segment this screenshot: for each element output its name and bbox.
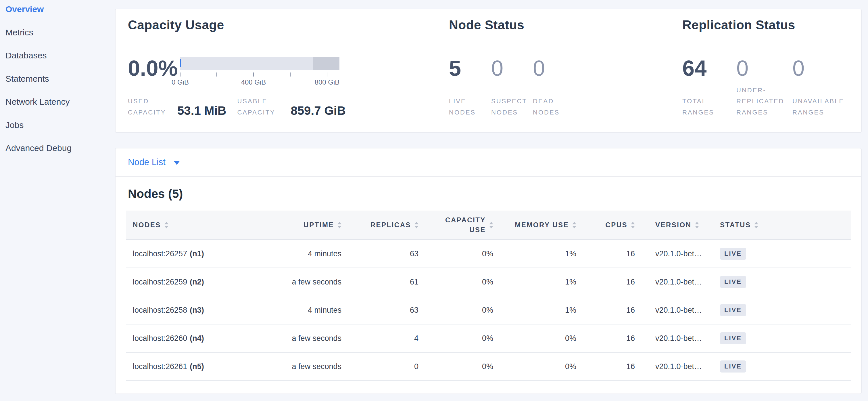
node-address: localhost:26260: [133, 334, 187, 343]
column-label: VERSION: [655, 221, 691, 229]
memory-use-cell: 0%: [500, 362, 584, 371]
column-label: NODES: [133, 221, 161, 229]
version-cell: v20.1.0-bet…: [642, 250, 694, 258]
capacity-gauge-used-marker: [180, 59, 181, 67]
capacity-use-cell: 0%: [425, 250, 500, 258]
stat-value: 0: [736, 57, 793, 79]
node-id: (n5): [190, 362, 204, 371]
replication-stat: 64 TOTAL RANGES: [682, 57, 736, 118]
node-id: (n3): [190, 306, 204, 315]
memory-use-cell: 0%: [500, 334, 584, 343]
sidebar-item[interactable]: Overview: [0, 4, 115, 27]
column-header-status[interactable]: STATUS: [694, 221, 851, 229]
sidebar-item[interactable]: Jobs: [0, 120, 115, 143]
nodes-count-heading: Nodes (5): [128, 187, 861, 201]
sort-icon: [489, 222, 493, 228]
node-list-dropdown[interactable]: Node List: [128, 157, 180, 167]
node-list-card: Node List Nodes (5) NODES UPTIME REPLICA…: [115, 148, 862, 394]
replicas-cell: 0: [348, 362, 425, 371]
axis-tick: [327, 73, 328, 77]
node-list-header: Node List: [116, 148, 861, 177]
status-badge: LIVE: [720, 361, 746, 373]
sidebar-item[interactable]: Statements: [0, 74, 115, 97]
stat-value: 0: [491, 57, 533, 79]
column-header-nodes[interactable]: NODES: [126, 221, 280, 229]
replicas-cell: 61: [348, 278, 425, 287]
replicas-cell: 63: [348, 306, 425, 315]
column-header-cpus[interactable]: CPUS: [584, 221, 642, 229]
used-capacity-label: USED CAPACITY: [128, 96, 176, 118]
capacity-gauge: 0 GiB 400 GiB 800 GiB: [180, 57, 339, 70]
status-badge: LIVE: [720, 304, 746, 316]
node-address: localhost:26261: [133, 362, 187, 371]
table-row[interactable]: localhost:26261 (n5) a few seconds 0 0% …: [126, 353, 851, 381]
node-address-cell: localhost:26258 (n3): [126, 296, 280, 324]
uptime-cell: 4 minutes: [280, 306, 348, 315]
column-header-version[interactable]: VERSION: [642, 221, 694, 229]
uptime-cell: a few seconds: [280, 278, 348, 287]
node-status-stat: 0 DEAD NODES: [533, 57, 576, 118]
uptime-cell: a few seconds: [280, 334, 348, 343]
status-badge: LIVE: [720, 248, 746, 260]
stat-value: 0: [793, 57, 854, 79]
stat-value: 5: [449, 57, 491, 79]
stat-label: SUSPECT NODES: [491, 96, 534, 118]
axis-tick: [216, 73, 217, 77]
node-status-stat: 5 LIVE NODES: [449, 57, 491, 118]
used-capacity-value: 53.1 MiB: [177, 105, 226, 117]
stat-label: UNDER-REPLICATED RANGES: [736, 85, 793, 118]
column-header-memory-use[interactable]: MEMORY USE: [500, 221, 584, 229]
node-status-stats: 5 LIVE NODES 0 SUSPECT NODES 0 DEAD NODE…: [449, 57, 576, 118]
replication-status-stats: 64 TOTAL RANGES 0 UNDER-REPLICATED RANGE…: [682, 57, 854, 118]
column-label: CPUS: [605, 221, 627, 229]
usable-capacity-value: 859.7 GiB: [290, 105, 345, 117]
column-header-uptime[interactable]: UPTIME: [280, 221, 348, 229]
table-row[interactable]: localhost:26259 (n2) a few seconds 61 0%…: [126, 268, 851, 296]
column-header-capacity-use[interactable]: CAPACITY USE: [425, 215, 500, 234]
capacity-percent: 0.0%: [128, 57, 178, 79]
axis-label: 400 GiB: [241, 78, 266, 86]
node-address-cell: localhost:26259 (n2): [126, 268, 280, 296]
cpus-cell: 16: [584, 306, 642, 315]
node-status-title: Node Status: [449, 18, 524, 32]
node-address: localhost:26257: [133, 250, 187, 258]
cpus-cell: 16: [584, 250, 642, 258]
cpus-cell: 16: [584, 278, 642, 287]
status-cell: LIVE: [694, 361, 851, 373]
node-address: localhost:26259: [133, 278, 187, 287]
table-row[interactable]: localhost:26260 (n4) a few seconds 4 0% …: [126, 324, 851, 353]
capacity-usage-title: Capacity Usage: [128, 18, 224, 32]
usable-capacity-label: USABLE CAPACITY: [237, 96, 289, 118]
axis-tick: [290, 73, 290, 77]
uptime-cell: a few seconds: [280, 362, 348, 371]
capacity-use-cell: 0%: [425, 306, 500, 315]
table-row[interactable]: localhost:26258 (n3) 4 minutes 63 0% 1% …: [126, 296, 851, 324]
stat-label: TOTAL RANGES: [682, 96, 721, 118]
capacity-stats: USED CAPACITY 53.1 MiB USABLE CAPACITY 8…: [128, 96, 346, 118]
memory-use-cell: 1%: [500, 278, 584, 287]
node-address-cell: localhost:26260 (n4): [126, 324, 280, 352]
status-cell: LIVE: [694, 304, 851, 316]
sidebar-item[interactable]: Advanced Debug: [0, 143, 115, 166]
node-list-dropdown-label: Node List: [128, 157, 165, 167]
capacity-use-cell: 0%: [425, 278, 500, 287]
axis-label: 0 GiB: [172, 78, 189, 86]
version-cell: v20.1.0-bet…: [642, 362, 694, 371]
sidebar-item[interactable]: Databases: [0, 50, 115, 74]
sidebar-item[interactable]: Network Latency: [0, 97, 115, 120]
table-row[interactable]: localhost:26257 (n1) 4 minutes 63 0% 1% …: [126, 240, 851, 268]
capacity-use-cell: 0%: [425, 362, 500, 371]
node-status-stat: 0 SUSPECT NODES: [491, 57, 533, 118]
sidebar-item[interactable]: Metrics: [0, 27, 115, 51]
sort-icon: [572, 222, 576, 228]
nodes-table: NODES UPTIME REPLICAS CAPACITY USE MEMOR…: [126, 210, 851, 381]
column-label: MEMORY USE: [515, 221, 569, 229]
column-header-replicas[interactable]: REPLICAS: [348, 221, 425, 229]
caret-down-icon: [174, 161, 180, 165]
node-address-cell: localhost:26257 (n1): [126, 240, 280, 267]
version-cell: v20.1.0-bet…: [642, 278, 694, 287]
capacity-gauge-reserved-segment: [313, 57, 339, 70]
column-label: STATUS: [720, 221, 751, 229]
sort-icon: [631, 222, 635, 228]
sort-icon: [164, 222, 168, 228]
